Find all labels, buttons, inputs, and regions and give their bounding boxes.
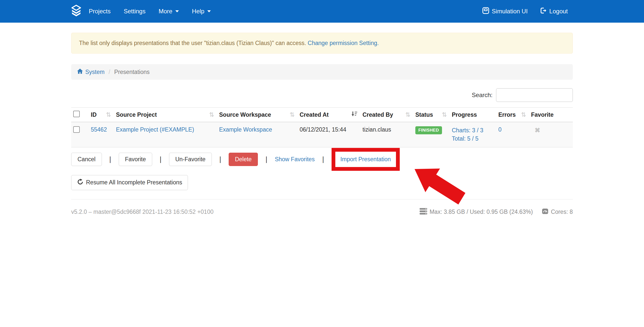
nav-item-projects-label: Projects <box>89 8 111 15</box>
column-header-status[interactable]: Status⇅ <box>413 108 450 122</box>
column-header-errors[interactable]: Errors⇅ <box>496 108 529 122</box>
cores-stat: Cores: 8 <box>542 208 573 216</box>
nav-item-projects[interactable]: Projects <box>82 0 117 23</box>
sort-both-icon: ⇅ <box>442 111 447 118</box>
home-icon <box>77 68 83 76</box>
header-select-all <box>71 108 89 122</box>
column-header-created-by[interactable]: Created By⇅ <box>360 108 413 122</box>
created-at-value: 06/12/2021, 15:44 <box>300 126 346 133</box>
column-header-source-workspace[interactable]: Source Workspace⇅ <box>217 108 298 122</box>
action-bar: Cancel | Favorite | Un-Favorite | Delete… <box>71 147 573 172</box>
column-header-progress-label: Progress <box>452 111 477 118</box>
row-source-workspace-cell: Example Workspace <box>217 122 298 147</box>
row-created-at-cell: 06/12/2021, 15:44 <box>298 122 360 147</box>
row-status-cell: FINISHED <box>413 122 450 147</box>
permission-alert-text: The list only displays presentations tha… <box>79 40 306 46</box>
import-presentation-link[interactable]: Import Presentation <box>340 156 391 163</box>
navbar-inner: Projects Settings More Help Simulation U… <box>71 0 573 23</box>
refresh-icon <box>77 179 84 187</box>
select-all-checkbox[interactable] <box>73 111 80 117</box>
unfavorite-button[interactable]: Un-Favorite <box>169 153 212 166</box>
breadcrumb-separator: / <box>107 69 112 75</box>
column-header-source-project-label: Source Project <box>116 111 157 118</box>
gauge-icon <box>542 208 548 216</box>
server-memory-icon <box>420 208 427 216</box>
nav-item-simulation-ui[interactable]: Simulation UI <box>481 0 529 23</box>
sign-out-icon <box>540 7 547 16</box>
delete-button[interactable]: Delete <box>229 153 258 166</box>
search-input[interactable] <box>496 88 573 102</box>
row-favorite-cell: ✖ <box>529 122 573 147</box>
column-header-created-by-label: Created By <box>363 111 393 118</box>
action-separator: | <box>219 155 221 163</box>
presentations-table: ID⇅ Source Project⇅ Source Workspace⇅ Cr… <box>71 107 573 147</box>
sort-both-icon: ⇅ <box>521 111 526 118</box>
sort-both-icon: ⇅ <box>290 111 295 118</box>
column-header-source-project[interactable]: Source Project⇅ <box>114 108 217 122</box>
source-project-link[interactable]: Example Project (#EXAMPLE) <box>116 126 194 133</box>
cancel-button[interactable]: Cancel <box>71 153 102 166</box>
nav-item-more[interactable]: More <box>152 0 185 23</box>
action-separator: | <box>322 155 324 163</box>
column-header-created-at-label: Created At <box>300 111 329 118</box>
created-by-value: tizian.claus <box>363 126 391 133</box>
resume-all-label: Resume All Incomplete Presentations <box>86 179 182 186</box>
status-badge: FINISHED <box>415 126 442 134</box>
search-row: Search: <box>71 88 573 102</box>
column-header-progress: Progress <box>450 108 496 122</box>
column-header-favorite: Favorite <box>529 108 573 122</box>
navbar-right: Simulation UI Logout <box>481 0 569 23</box>
sort-both-icon: ⇅ <box>209 111 214 118</box>
presentation-id-link[interactable]: 55462 <box>91 126 107 133</box>
change-permission-link[interactable]: Change permission Setting. <box>308 40 379 46</box>
sort-both-icon: ⇅ <box>106 111 111 118</box>
resume-row: Resume All Incomplete Presentations <box>71 175 573 190</box>
breadcrumb: System / Presentations <box>71 64 573 80</box>
breadcrumb-current: Presentations <box>114 69 150 75</box>
action-separator: | <box>109 155 111 163</box>
column-header-id-label: ID <box>91 111 97 118</box>
breadcrumb-system-label: System <box>85 69 105 75</box>
source-workspace-link[interactable]: Example Workspace <box>219 126 272 133</box>
column-header-source-workspace-label: Source Workspace <box>219 111 271 118</box>
permission-alert: The list only displays presentations tha… <box>71 33 573 54</box>
action-separator: | <box>160 155 162 163</box>
column-header-favorite-label: Favorite <box>531 111 553 118</box>
nav-item-help[interactable]: Help <box>185 0 217 23</box>
main-content: The list only displays presentations tha… <box>71 33 573 216</box>
memory-stat-text: Max: 3.85 GB / Used: 0.95 GB (24.63%) <box>430 209 533 215</box>
sort-desc-active-icon <box>351 111 357 119</box>
search-label: Search: <box>472 92 493 99</box>
progress-total-link[interactable]: Total: 5 / 5 <box>452 135 478 142</box>
row-checkbox[interactable] <box>73 126 80 133</box>
action-separator: | <box>265 155 267 163</box>
cores-stat-text: Cores: 8 <box>551 209 573 215</box>
column-header-id[interactable]: ID⇅ <box>89 108 114 122</box>
resume-all-button[interactable]: Resume All Incomplete Presentations <box>71 175 188 190</box>
annotation-highlight-box: Import Presentation <box>332 148 400 171</box>
row-select-cell <box>71 122 89 147</box>
app-logo[interactable] <box>71 5 81 18</box>
favorite-button[interactable]: Favorite <box>119 153 152 166</box>
chevron-down-icon <box>207 10 211 12</box>
column-header-errors-label: Errors <box>498 111 516 118</box>
memory-stat: Max: 3.85 GB / Used: 0.95 GB (24.63%) <box>420 208 533 216</box>
nav-item-simulation-ui-label: Simulation UI <box>492 8 528 15</box>
row-source-project-cell: Example Project (#EXAMPLE) <box>114 122 217 147</box>
nav-item-logout[interactable]: Logout <box>539 0 569 23</box>
table-row: 55462 Example Project (#EXAMPLE) Example… <box>71 122 573 147</box>
column-header-created-at[interactable]: Created At <box>298 108 360 122</box>
nav-item-settings[interactable]: Settings <box>117 0 152 23</box>
favorite-x-icon[interactable]: ✖ <box>535 127 540 134</box>
row-errors-cell: 0 <box>496 122 529 147</box>
app-window-icon <box>482 7 489 16</box>
navbar: Projects Settings More Help Simulation U… <box>0 0 644 23</box>
errors-count-link[interactable]: 0 <box>498 126 502 133</box>
nav-item-logout-label: Logout <box>549 8 568 15</box>
progress-charts-link[interactable]: Charts: 3 / 3 <box>452 127 483 134</box>
sort-both-icon: ⇅ <box>405 111 410 118</box>
footer: v5.2.0 – master@5dc9668f 2021-11-23 16:5… <box>71 199 573 216</box>
layers-icon <box>71 5 81 18</box>
breadcrumb-system-link[interactable]: System <box>77 68 105 76</box>
show-favorites-link[interactable]: Show Favorites <box>275 156 315 163</box>
